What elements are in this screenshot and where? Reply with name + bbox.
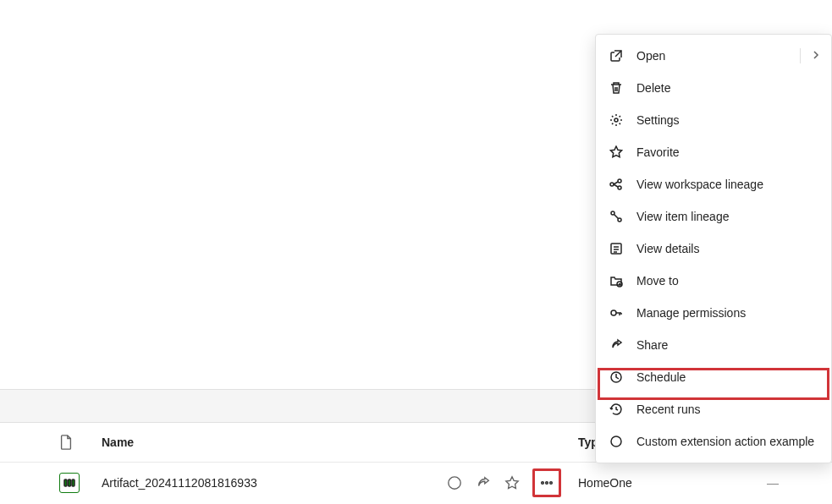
- menu-move-to[interactable]: Move to: [596, 265, 831, 297]
- item-lineage-icon: [608, 208, 625, 225]
- menu-label: Open: [636, 49, 665, 63]
- menu-schedule[interactable]: Schedule: [596, 361, 831, 393]
- lineage-icon: [608, 176, 625, 193]
- artifact-type: HomeOne: [578, 476, 730, 490]
- svg-point-10: [618, 186, 621, 189]
- menu-label: Settings: [636, 113, 680, 127]
- svg-point-17: [611, 436, 621, 446]
- menu-custom-extension[interactable]: Custom extension action example: [596, 425, 831, 457]
- menu-label: Schedule: [636, 370, 686, 384]
- menu-item-lineage[interactable]: View item lineage: [596, 200, 831, 233]
- svg-rect-0: [64, 479, 67, 486]
- menu-label: Custom extension action example: [636, 435, 814, 448]
- svg-point-5: [546, 481, 548, 484]
- svg-point-7: [614, 118, 618, 122]
- folder-move-icon: [608, 272, 625, 289]
- svg-point-15: [611, 310, 616, 315]
- menu-label: Manage permissions: [636, 306, 746, 320]
- share-icon[interactable]: [475, 474, 492, 491]
- menu-settings[interactable]: Settings: [596, 104, 831, 136]
- menu-label: Delete: [636, 81, 670, 95]
- svg-rect-2: [72, 479, 74, 486]
- menu-label: Favorite: [636, 145, 680, 159]
- menu-label: Share: [636, 338, 668, 352]
- menu-favorite[interactable]: Favorite: [596, 136, 831, 168]
- menu-share[interactable]: Share: [596, 329, 831, 361]
- svg-point-4: [542, 481, 544, 484]
- star-icon[interactable]: [504, 474, 521, 491]
- menu-workspace-lineage[interactable]: View workspace lineage: [596, 168, 831, 200]
- svg-point-6: [550, 481, 553, 484]
- file-icon: [59, 435, 102, 450]
- menu-delete[interactable]: Delete: [596, 72, 831, 104]
- gear-icon: [608, 112, 625, 129]
- menu-label: Recent runs: [636, 403, 700, 416]
- clock-icon: [608, 369, 625, 386]
- artifact-owner: —: [730, 476, 815, 490]
- column-header-name[interactable]: Name: [102, 436, 409, 449]
- star-icon: [608, 144, 625, 161]
- svg-rect-1: [69, 479, 71, 486]
- row-actions: [409, 468, 578, 497]
- table-row[interactable]: Artifact_20241112081816933 HomeOne —: [0, 462, 832, 502]
- menu-view-details[interactable]: View details: [596, 233, 831, 265]
- share-arrow-icon: [608, 337, 625, 353]
- history-icon: [608, 401, 625, 418]
- circle-icon: [608, 433, 625, 450]
- menu-manage-permissions[interactable]: Manage permissions: [596, 297, 831, 329]
- details-icon: [608, 240, 625, 257]
- menu-recent-runs[interactable]: Recent runs: [596, 393, 831, 425]
- open-icon: [608, 47, 625, 64]
- menu-label: View workspace lineage: [636, 178, 763, 191]
- chevron-right-icon: [811, 49, 821, 63]
- menu-open[interactable]: Open: [596, 40, 831, 72]
- menu-label: View details: [636, 242, 699, 255]
- key-icon: [608, 304, 625, 321]
- menu-label: View item lineage: [636, 210, 729, 223]
- svg-point-3: [449, 476, 460, 488]
- artifact-name[interactable]: Artifact_20241112081816933: [102, 476, 409, 490]
- svg-point-12: [618, 218, 621, 222]
- context-menu: Open Delete Settings Favorite View works…: [595, 34, 832, 463]
- select-circle-icon[interactable]: [446, 474, 463, 491]
- artifact-type-icon: [59, 473, 102, 493]
- menu-label: Move to: [636, 274, 679, 288]
- svg-point-8: [610, 183, 614, 186]
- more-options-button[interactable]: [532, 468, 561, 497]
- delete-icon: [608, 79, 625, 96]
- svg-point-9: [618, 179, 621, 183]
- svg-point-11: [611, 211, 614, 215]
